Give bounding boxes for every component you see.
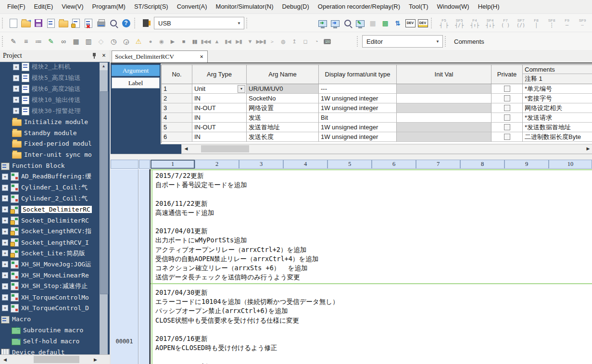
ruler-column-3[interactable]: 3 xyxy=(239,160,283,169)
expand-icon[interactable]: + xyxy=(2,250,8,256)
monitor-edit-button[interactable]: ▦ xyxy=(367,17,378,29)
menu-tool[interactable]: Tool(T) xyxy=(404,0,432,13)
version-comment-block[interactable]: 2015/7/22更新 自ポート番号設定モードを追加 2016/11/22更新 … xyxy=(155,171,318,282)
arg-type-cell[interactable]: Unit▼ xyxy=(192,84,247,94)
horizontal-line-button[interactable]: F9─ xyxy=(560,16,574,30)
convert-transfer-button[interactable]: ⇅ xyxy=(392,17,403,29)
pause-button[interactable]: ▮▮ xyxy=(189,36,200,47)
rising-contact-button[interactable]: F4┤↑├ xyxy=(467,16,482,30)
closed-coil-button[interactable]: SF7(/) xyxy=(514,16,528,30)
step-back-button[interactable]: ▮◀ xyxy=(222,36,233,47)
private-checkbox[interactable] xyxy=(504,95,510,101)
menu-monitor-simulator[interactable]: Monitor/Simulator(N) xyxy=(212,0,278,13)
expand-icon[interactable]: + xyxy=(2,283,8,289)
private-checkbox[interactable] xyxy=(504,124,510,130)
verify-with-plc-button[interactable] xyxy=(342,17,353,29)
menu-program[interactable]: Program(M) xyxy=(88,0,130,13)
scroll-right-icon[interactable]: ▶ xyxy=(584,145,592,152)
private-checkbox[interactable] xyxy=(504,86,510,92)
tree-item-xh-torquecontrolmo[interactable]: +XH_TorqueControlMo xyxy=(0,292,98,303)
delete-vertical-line-button[interactable]: SF8┆ xyxy=(544,16,559,30)
comment-cell[interactable]: *套接字号 xyxy=(523,94,592,103)
init-val-cell[interactable] xyxy=(397,103,491,113)
write-to-plc-button[interactable]: ➜ xyxy=(317,17,328,29)
display-format-cell[interactable]: 1W unsigned integer xyxy=(319,94,397,103)
expand-icon[interactable]: + xyxy=(2,195,8,201)
row-number-cell[interactable]: 1 xyxy=(162,84,192,94)
edit-mode-button[interactable]: ✎ xyxy=(8,36,19,47)
screen-monitor-button[interactable]: ◻ xyxy=(300,36,311,47)
read-from-plc-button[interactable]: ➜ xyxy=(329,17,341,29)
expand-icon[interactable]: + xyxy=(13,86,19,92)
tree-item-macro[interactable]: Macro xyxy=(0,314,98,325)
tree-item-socket-lite[interactable]: +Socket_Lite:简易版 xyxy=(0,248,98,259)
timer-button[interactable]: ◔ xyxy=(311,36,322,47)
delete-document-button[interactable] xyxy=(83,17,94,29)
comment-cell[interactable]: *发送数据首地址 xyxy=(523,123,592,132)
tree-item-cylinder-1-coil[interactable]: +Cylinder_1_Coil:气 xyxy=(0,182,98,193)
arg-type-cell[interactable]: IN-OUT xyxy=(192,103,247,113)
ruler-column-7[interactable]: 7 xyxy=(416,160,460,169)
tree-item-xh-sh-movejog[interactable]: +XH_SH_MoveJog:JOG运 xyxy=(0,259,98,270)
coil-button[interactable]: F7( ) xyxy=(498,16,513,30)
private-checkbox[interactable] xyxy=(504,114,510,121)
tree-item-module6[interactable]: +模块6_高度2输送 xyxy=(0,84,98,95)
tree-item-cylinder-2-coil[interactable]: +Cylinder_2_Coil:气 xyxy=(0,193,98,204)
expand-icon[interactable]: + xyxy=(2,305,8,311)
row-number-cell[interactable]: 6 xyxy=(162,132,192,142)
help-button[interactable]: ? xyxy=(120,17,132,29)
arg-name-cell[interactable]: 发送首地址 xyxy=(247,123,319,132)
play-button[interactable]: ▶ xyxy=(167,36,178,47)
tree-item-function-block[interactable]: Function Block xyxy=(0,160,98,171)
expand-icon[interactable]: + xyxy=(2,206,8,213)
init-val-cell[interactable] xyxy=(397,84,491,94)
expand-icon[interactable]: + xyxy=(13,97,19,103)
expand-icon[interactable]: + xyxy=(2,185,8,191)
protect-document-button[interactable] xyxy=(70,17,82,29)
open-project-button[interactable] xyxy=(20,17,32,29)
open-contact-button[interactable]: F5┤ ├ xyxy=(437,16,451,30)
ladder-editor-canvas[interactable]: 00001 2015/7/22更新 自ポート番号設定モードを追加 2016/11… xyxy=(111,169,592,364)
ruler-column-4[interactable]: 4 xyxy=(283,160,327,169)
tab-label[interactable]: Label xyxy=(112,77,160,88)
display-format-cell[interactable]: 1W unsigned integer xyxy=(319,123,397,132)
arg-name-cell[interactable]: 网络设置 xyxy=(247,103,319,113)
pin-icon[interactable] xyxy=(92,53,96,59)
ruler-column-5[interactable]: 5 xyxy=(327,160,372,169)
init-val-cell[interactable] xyxy=(397,113,491,123)
tree-item-xh-sh-stop[interactable]: +XH_SH_Stop:减速停止 xyxy=(0,281,98,292)
step-forward-button[interactable]: ▶▮ xyxy=(233,36,244,47)
project-vertical-scrollbar[interactable]: ▲ ▼ xyxy=(100,63,108,364)
hand-pause-button[interactable]: ↥ xyxy=(289,36,300,47)
expand-icon[interactable]: + xyxy=(2,217,8,224)
version-comment-block[interactable]: 2017/04/30更新 エラーコードに10104を追加（接続切断かつ受信データ… xyxy=(155,288,339,364)
scroll-left-icon[interactable]: ◀ xyxy=(1,356,9,364)
note-list-button[interactable]: ≔ xyxy=(33,36,44,47)
run-to-button[interactable]: ＞ xyxy=(266,36,277,47)
watch-window-button[interactable]: ◷ xyxy=(108,36,119,47)
row-number-cell[interactable]: 4 xyxy=(162,113,192,123)
row-number-cell[interactable]: 2 xyxy=(162,94,192,103)
expand-icon[interactable]: + xyxy=(13,64,19,70)
expand-icon[interactable]: + xyxy=(2,294,8,301)
arg-type-cell[interactable]: IN xyxy=(192,94,247,103)
expand-icon[interactable]: + xyxy=(2,239,8,246)
save-project-button[interactable] xyxy=(33,17,44,29)
circuit-monitor-button[interactable]: ▦ xyxy=(70,36,82,47)
close-icon[interactable]: × xyxy=(102,52,106,60)
init-val-cell[interactable] xyxy=(397,94,491,103)
tree-item-module5[interactable]: +模块5_高度1输送 xyxy=(0,73,98,84)
editor-mode-select[interactable]: Editor▼ xyxy=(362,35,443,48)
tree-item-module10[interactable]: +模块10_输出传送 xyxy=(0,94,98,105)
online-edit-button[interactable]: ✎ xyxy=(354,17,366,29)
init-val-cell[interactable] xyxy=(397,123,491,132)
project-horizontal-scrollbar[interactable]: ◀ ▶ xyxy=(0,354,110,364)
monitor-warning-icon[interactable]: ⚠ xyxy=(133,36,144,47)
arg-type-cell[interactable]: IN-OUT xyxy=(192,123,247,132)
plc-connection-icon[interactable] xyxy=(140,17,151,29)
batch-edit-button[interactable]: ✎ xyxy=(45,36,57,47)
expand-icon[interactable]: + xyxy=(13,75,19,81)
expand-icon[interactable]: + xyxy=(2,272,8,278)
scroll-right-icon[interactable]: ▶ xyxy=(91,356,100,364)
tree-item-inter-unit-sync-module[interactable]: Inter-unit sync mo xyxy=(0,149,98,160)
